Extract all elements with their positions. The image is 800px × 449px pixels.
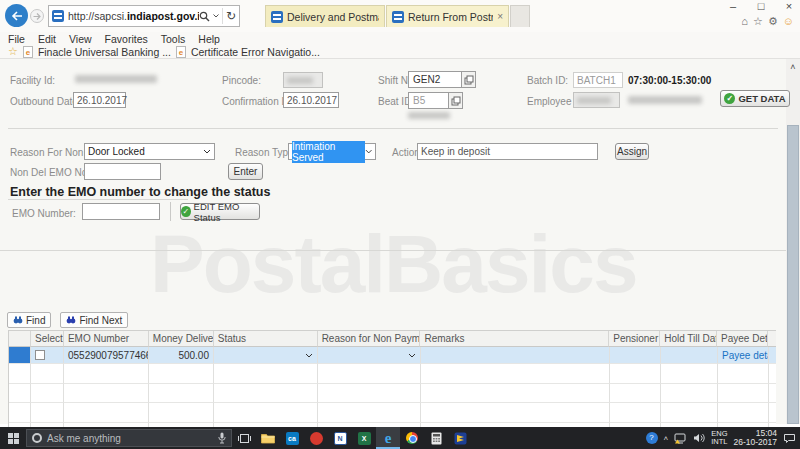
facility-id-label: Facility Id:: [10, 75, 55, 86]
beat-id-subtext-redacted: [408, 112, 450, 119]
employee-id-field[interactable]: [573, 92, 620, 108]
shift-no-select[interactable]: GEN2: [408, 71, 476, 88]
emo-number-field[interactable]: [82, 203, 160, 220]
search-icon[interactable]: [199, 11, 210, 22]
table-row[interactable]: 055290079577466235 500.00 Payee details: [9, 347, 776, 364]
app-flag-icon[interactable]: [448, 427, 472, 449]
cortana-search-box[interactable]: Ask me anything: [26, 429, 232, 447]
col-emo-number[interactable]: EMO Number: [64, 331, 149, 347]
col-hold-till-date[interactable]: Hold Till Date: [660, 331, 717, 347]
selection-checkbox[interactable]: [35, 350, 45, 360]
value-help-icon[interactable]: [461, 72, 475, 87]
tab-return-from-postman[interactable]: Return From Postman ×: [386, 5, 509, 27]
tab-title[interactable]: Return From Postman: [408, 11, 493, 23]
scrollbar-up-arrow[interactable]: ˄: [786, 59, 800, 75]
enter-button[interactable]: Enter: [228, 163, 263, 180]
speaker-icon[interactable]: [693, 433, 705, 443]
menu-view[interactable]: View: [69, 33, 92, 45]
chrome-icon[interactable]: [400, 427, 424, 449]
menu-file[interactable]: File: [8, 33, 25, 45]
site-favicon: [52, 10, 64, 22]
window-maximize-button[interactable]: □: [754, 0, 768, 12]
new-tab-button[interactable]: [510, 5, 530, 27]
facility-id-value-redacted: [75, 75, 157, 83]
network-icon[interactable]: [674, 433, 687, 444]
cortana-icon: [32, 433, 42, 443]
microphone-icon[interactable]: [218, 432, 226, 444]
address-bar[interactable]: http://sapcsi.indiapost.gov.in:8410/sap/…: [48, 5, 240, 27]
home-icon[interactable]: ⌂: [741, 15, 748, 28]
reason-non-payment-cell[interactable]: [318, 347, 421, 364]
menu-help[interactable]: Help: [198, 33, 220, 45]
refresh-icon[interactable]: ↻: [226, 9, 236, 23]
chevron-down-icon[interactable]: [408, 353, 416, 358]
clock[interactable]: 15:0426-10-2017: [734, 429, 777, 448]
payee-details-link[interactable]: Payee details: [718, 347, 769, 364]
app-red-icon[interactable]: [304, 427, 328, 449]
task-view-button[interactable]: [232, 427, 256, 449]
chevron-down-icon[interactable]: [305, 353, 313, 358]
tab-delivery-postman[interactable]: Delivery and Postman Manage...: [265, 5, 385, 27]
pincode-field[interactable]: [283, 72, 323, 88]
action-field[interactable]: Keep in deposit: [417, 143, 598, 160]
selection-cell[interactable]: [31, 347, 64, 364]
notification-center-icon[interactable]: [783, 433, 796, 444]
calculator-icon[interactable]: [424, 427, 448, 449]
col-status[interactable]: Status: [214, 331, 318, 347]
col-selection[interactable]: Selection: [31, 331, 64, 347]
start-button[interactable]: [0, 427, 26, 449]
col-reason-non-payment[interactable]: Reason for Non Payment: [318, 331, 421, 347]
excel-icon[interactable]: X: [352, 427, 376, 449]
status-cell[interactable]: [214, 347, 318, 364]
col-spacer: [768, 331, 776, 347]
app-ca-icon[interactable]: ca: [280, 427, 304, 449]
scrollbar-thumb[interactable]: [787, 125, 799, 424]
file-explorer-icon[interactable]: [256, 427, 280, 449]
find-next-button[interactable]: Find Next: [60, 312, 128, 328]
value-help-icon[interactable]: [448, 93, 462, 108]
forward-button[interactable]: [30, 9, 44, 23]
reason-for-non-deliv-select[interactable]: Door Locked: [84, 143, 215, 160]
find-button[interactable]: Find: [7, 312, 51, 328]
help-icon[interactable]: ?: [646, 432, 658, 444]
browser-chrome: http://sapcsi.indiapost.gov.in:8410/sap/…: [0, 0, 800, 32]
menu-favorites[interactable]: Favorites: [105, 33, 148, 45]
hold-till-date-cell: [661, 347, 718, 364]
feedback-smiley-icon[interactable]: ☺: [783, 15, 794, 28]
app-n-icon[interactable]: N: [328, 427, 352, 449]
favorites-star-icon[interactable]: ☆: [753, 15, 763, 28]
reason-type-select[interactable]: Intimation Served: [288, 143, 376, 160]
batch-id-field[interactable]: BATCH1: [573, 72, 623, 88]
confirmation-date-field[interactable]: 26.10.2017: [283, 92, 339, 108]
tab-close-icon[interactable]: ×: [497, 11, 503, 22]
window-minimize-button[interactable]: –: [726, 0, 740, 12]
outbound-date-field[interactable]: 26.10.2017: [73, 92, 126, 108]
col-payee-details[interactable]: Payee Details: [717, 331, 768, 347]
menu-tools[interactable]: Tools: [161, 33, 186, 45]
col-money-delivered[interactable]: Money Delivered: [149, 331, 214, 347]
window-close-button[interactable]: ×: [782, 0, 796, 12]
settings-gear-icon[interactable]: ⚙: [768, 15, 778, 28]
back-button[interactable]: [5, 4, 28, 27]
row-selector-cell[interactable]: [9, 347, 31, 364]
outbound-date-label: Outbound Date:: [10, 96, 81, 107]
tab-title[interactable]: Delivery and Postman Manage...: [287, 11, 379, 23]
url-text[interactable]: http://sapcsi.indiapost.gov.in:8410/sap/…: [68, 10, 199, 22]
menu-edit[interactable]: Edit: [38, 33, 56, 45]
add-favorite-star-icon[interactable]: ☆: [8, 45, 18, 58]
language-indicator[interactable]: ENGINTL: [711, 430, 727, 446]
non-del-emo-no-label: Non Del EMO No:: [10, 167, 90, 178]
col-pensioner-id[interactable]: Pensioner Id: [609, 331, 660, 347]
beat-id-select[interactable]: B5: [408, 92, 463, 109]
non-del-emo-no-field[interactable]: [84, 163, 161, 180]
internet-explorer-icon[interactable]: e: [376, 427, 400, 449]
get-data-button[interactable]: ✓ GET DATA: [720, 90, 790, 107]
remarks-cell[interactable]: [421, 347, 610, 364]
edit-emo-status-button[interactable]: ✓ EDIT EMO Status: [180, 203, 260, 220]
col-remarks[interactable]: Remarks: [420, 331, 609, 347]
tray-overflow-chevron-icon[interactable]: ˄: [664, 434, 669, 443]
assign-button[interactable]: Assign: [615, 143, 649, 160]
favorite-certificate-link[interactable]: Certificate Error Navigatio...: [191, 46, 320, 58]
favorite-finacle-link[interactable]: Finacle Universal Banking ...: [38, 46, 171, 58]
search-dropdown-icon[interactable]: [213, 14, 219, 18]
